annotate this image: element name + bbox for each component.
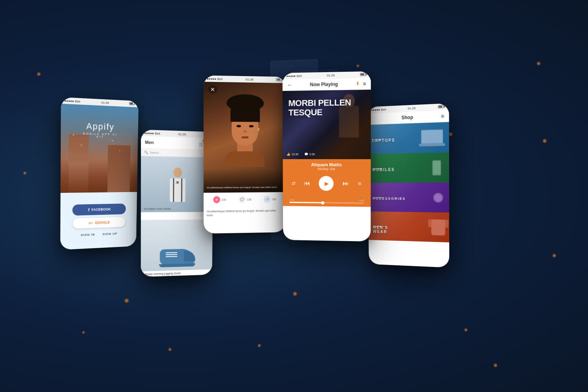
heart-count: 235 [221, 198, 226, 201]
heart-social-icon: ♥ [213, 196, 220, 203]
video-header: ✕ 01:26 [203, 82, 286, 98]
share-count: 762 [272, 198, 276, 200]
category-menswear[interactable]: MEN'S WEAR [368, 211, 449, 242]
hero-background: Appify MOBILE APP UI KIT [60, 104, 138, 204]
search-placeholder: Search... [150, 151, 161, 154]
progress-times: 2:15 4:28 [289, 199, 364, 202]
likes-number: 15.3K [292, 153, 299, 156]
song-title: Aliquam Mattis [287, 162, 366, 167]
signin-link[interactable]: SIGN IN [81, 233, 95, 237]
signal-5: ●●●●● Bell [371, 108, 386, 112]
video-description: rbi pellentesque eleifend lectus qui ton… [207, 185, 282, 189]
like-count[interactable]: 👍 15.3K [287, 152, 299, 156]
time-3: 01:26 [246, 78, 254, 81]
battery-5 [438, 105, 445, 109]
comment-action[interactable]: 💬 138 [239, 196, 252, 203]
video-time: 01:26 [272, 86, 281, 94]
shop-menu-icon[interactable]: ≡ [441, 113, 444, 120]
google-label: GOOGLE [95, 220, 110, 225]
heart-icon[interactable]: ♡ [200, 214, 203, 218]
video-area: ✕ 01:26 rbi pellentesque eleifend lectus… [203, 82, 286, 193]
shop-title: Shop [401, 114, 413, 120]
post-text: rbi pellentesque eleifend lectus qui ton… [203, 205, 285, 220]
music-title-block: MORBI PELLEN TESQUE [289, 98, 351, 118]
previous-button[interactable]: ⏮ [304, 180, 310, 187]
facebook-button[interactable]: f FACEBOOK [73, 203, 126, 216]
g-icon: G+ [89, 221, 93, 225]
song-artist: Mickey Joe [287, 167, 366, 171]
comments-number: 9.5K [310, 153, 315, 156]
progress-thumb [321, 201, 324, 204]
category-mobiles[interactable]: MOBILES [368, 152, 449, 183]
signal-3: ●●●●● Bell [207, 77, 222, 81]
time-5: 01:26 [408, 106, 416, 110]
time-4: 01:26 [327, 74, 335, 77]
share-action[interactable]: ↗ 762 [264, 196, 276, 203]
comment-social-icon: 💬 [239, 196, 246, 203]
accessories-label-group: ACCESSORIES [372, 196, 382, 198]
product1-label: ad stripes shirt combo [144, 207, 171, 210]
time-total: 4:28 [359, 200, 364, 202]
heart-action[interactable]: ♥ 235 [213, 196, 226, 203]
product-shoe [141, 220, 212, 271]
menswear-image [431, 219, 445, 235]
category-title: Men [145, 140, 154, 145]
fb-icon: f [88, 207, 90, 212]
progress-track[interactable] [289, 202, 364, 204]
comment-bubble-icon: 💬 [305, 152, 309, 156]
music-likes-row: 👍 15.3K 💬 9.5K [287, 152, 315, 156]
progress-fill [289, 202, 323, 203]
play-button[interactable]: ▶ [319, 176, 334, 191]
login-area: f FACEBOOK G+ GOOGLE SIGN IN SIGN UP [60, 192, 137, 250]
navbar-actions: ⬇ ≡ [356, 81, 366, 87]
comment-count: 138 [247, 198, 251, 201]
app-subtitle: MOBILE APP UI KIT [81, 132, 120, 139]
next-button[interactable]: ⏭ [343, 180, 349, 187]
comment-count[interactable]: 💬 9.5K [305, 152, 315, 156]
play-icon: ▶ [325, 180, 329, 187]
nowplaying-title: Now Playing [310, 82, 338, 87]
app-name: Appify [81, 121, 120, 132]
accessory-image [433, 192, 443, 203]
song-info: Aliquam Mattis Mickey Joe [287, 162, 366, 171]
thumb-icon: 👍 [287, 152, 290, 156]
accessories-label: ACCESSORIES [372, 196, 405, 200]
product1-actions: ♡ 💬 [141, 212, 212, 220]
music-title-1: MORBI PELLEN [289, 98, 351, 108]
equalizer-button[interactable]: ≋ [358, 181, 361, 186]
share-social-icon: ↗ [264, 196, 271, 203]
mobiles-label: MOBILES [372, 167, 395, 172]
mobiles-label-group: MOBILES [372, 167, 382, 169]
google-button[interactable]: G+ GOOGLE [72, 216, 125, 229]
product-shirt: ad stripes shirt combo [141, 156, 213, 212]
phone-shop: ●●●●● Bell 01:26 ≡ Shop ≡ LAPTOPS [367, 103, 449, 267]
download-icon[interactable]: ⬇ [356, 81, 359, 87]
search-icon: 🔍 [144, 151, 148, 154]
mobile-image [432, 160, 441, 175]
time-1: 01:26 [101, 101, 109, 105]
back-button[interactable]: ← [287, 82, 292, 88]
category-laptops[interactable]: LAPTOPS [367, 122, 449, 154]
social-bar: ♥ 235 💬 138 ↗ 762 [203, 192, 285, 207]
category-accessories[interactable]: ACCESSORIES [368, 183, 449, 213]
player-controls-area: Aliquam Mattis Mickey Joe ⇄ ⏮ ▶ ⏭ ≋ 🔈 🔊 … [283, 159, 370, 207]
signal-2: ●●●●● Bell [144, 131, 160, 135]
music-navbar: ← Now Playing ⬇ ≡ [283, 78, 371, 91]
close-button[interactable]: ✕ [208, 85, 217, 94]
shuffle-button[interactable]: ⇄ [292, 180, 296, 186]
facebook-label: FACEBOOK [91, 207, 111, 212]
menu-icon-music[interactable]: ≡ [363, 81, 366, 87]
signal-1: ●●●●● Bell [64, 99, 80, 103]
spacer: ≡ [372, 116, 375, 122]
laptops-label: LAPTOPS [372, 138, 395, 143]
laptops-label-group: LAPTOPS [372, 138, 381, 140]
music-hero: MORBI PELLEN TESQUE 👍 15.3K 💬 9.5K [283, 90, 371, 159]
music-title-2: TESQUE [289, 107, 351, 118]
laptop-image [421, 129, 445, 146]
volume-low-icon: 🔈 [290, 196, 294, 199]
phone-fashion: ●●●●● Bell 01:26 Men 🛒 3 ≡ 🔍 Search... ≡ [141, 130, 213, 277]
phone-music: ●●●●● Bell 01:26 ← Now Playing ⬇ ≡ MO [283, 71, 371, 241]
progress-area: 🔈 🔊 2:15 4:28 [287, 196, 366, 204]
signup-link[interactable]: SIGN UP [102, 232, 117, 236]
menswear-label: MEN'S WEAR [373, 225, 388, 234]
